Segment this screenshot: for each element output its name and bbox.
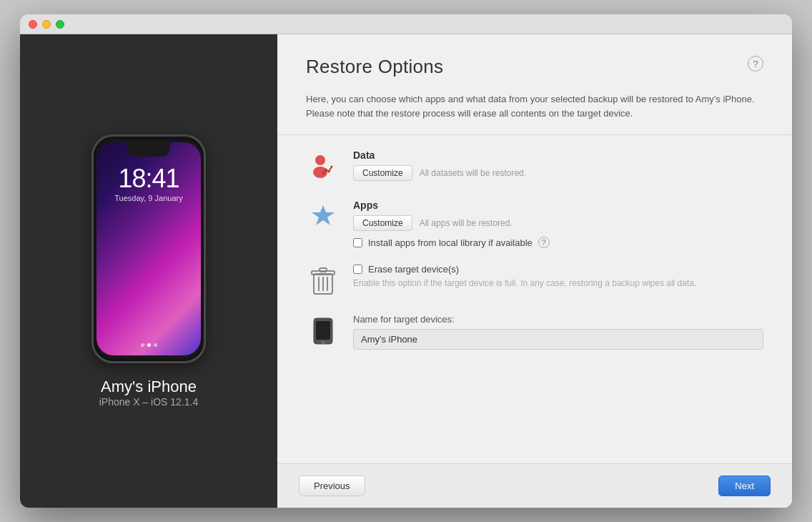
- data-status: All datasets will be restored.: [420, 168, 526, 178]
- content-area: 18:41 Tuesday, 9 January Amy's iPhone iP…: [20, 34, 792, 508]
- titlebar: [20, 14, 792, 34]
- svg-point-0: [315, 155, 325, 165]
- apps-controls: Customize All apps will be restored.: [353, 215, 763, 231]
- apps-section: Apps Customize All apps will be restored…: [306, 200, 763, 248]
- erase-description: Enable this option if the target device …: [353, 277, 763, 290]
- svg-point-5: [331, 166, 333, 168]
- svg-marker-6: [312, 205, 335, 225]
- right-panel: Restore Options ? Here, you can choose w…: [277, 34, 792, 508]
- install-local-help-icon[interactable]: ?: [538, 237, 550, 248]
- svg-rect-14: [316, 321, 330, 340]
- name-label: Name for target devices:: [353, 314, 763, 325]
- maximize-button[interactable]: [56, 20, 64, 29]
- phone-date: Tuesday, 9 January: [96, 194, 201, 202]
- erase-label: Erase target device(s): [368, 264, 459, 275]
- trash-icon-svg: [310, 265, 337, 297]
- svg-point-4: [328, 171, 330, 173]
- footer: Previous Next: [277, 463, 792, 508]
- erase-checkbox-row: Erase target device(s): [353, 264, 763, 275]
- apps-label: Apps: [353, 200, 763, 211]
- main-window: 18:41 Tuesday, 9 January Amy's iPhone iP…: [20, 14, 792, 508]
- phone-container: 18:41 Tuesday, 9 January Amy's iPhone iP…: [91, 134, 206, 408]
- phone-screen: 18:41 Tuesday, 9 January: [96, 142, 201, 355]
- phone-notch: [127, 142, 170, 157]
- device-small-icon-svg: [310, 315, 336, 347]
- apps-icon-svg: [307, 201, 339, 232]
- erase-checkbox[interactable]: [353, 265, 362, 274]
- data-section: Data Customize All datasets will be rest…: [306, 149, 763, 184]
- trash-icon: [306, 264, 340, 298]
- apps-option-content: Apps Customize All apps will be restored…: [353, 200, 763, 248]
- data-option-content: Data Customize All datasets will be rest…: [353, 149, 763, 181]
- install-local-checkbox[interactable]: [353, 238, 362, 247]
- page-title: Restore Options: [306, 56, 443, 78]
- erase-content: Erase target device(s) Enable this optio…: [353, 264, 763, 290]
- minimize-button[interactable]: [42, 20, 51, 29]
- name-option-content: Name for target devices:: [353, 314, 763, 350]
- apps-status: All apps will be restored.: [420, 218, 513, 228]
- next-button[interactable]: Next: [718, 476, 771, 496]
- device-small-icon: [306, 314, 340, 348]
- data-label: Data: [353, 149, 763, 161]
- svg-point-15: [322, 341, 325, 344]
- data-customize-button[interactable]: Customize: [353, 165, 412, 181]
- description-text: Here, you can choose which apps and what…: [277, 92, 792, 135]
- phone-dots: [96, 343, 201, 347]
- dot-3: [154, 343, 157, 347]
- dot-1: [141, 343, 144, 347]
- data-icon: [306, 149, 340, 184]
- svg-point-2: [322, 173, 325, 175]
- data-icon-svg: [307, 151, 339, 182]
- install-local-row: Install apps from local library if avail…: [353, 237, 763, 248]
- apps-customize-button[interactable]: Customize: [353, 215, 412, 231]
- erase-section: Erase target device(s) Enable this optio…: [306, 264, 763, 298]
- options-area: Data Customize All datasets will be rest…: [277, 135, 792, 463]
- left-panel: 18:41 Tuesday, 9 January Amy's iPhone iP…: [20, 34, 277, 508]
- previous-button[interactable]: Previous: [299, 476, 365, 496]
- svg-point-1: [313, 167, 327, 178]
- data-controls: Customize All datasets will be restored.: [353, 165, 763, 181]
- phone-time: 18:41: [96, 164, 201, 194]
- svg-point-3: [325, 169, 327, 171]
- right-header: Restore Options ?: [277, 34, 792, 92]
- apps-icon: [306, 200, 340, 234]
- erase-row: Erase target device(s) Enable this optio…: [306, 264, 763, 298]
- name-input[interactable]: [353, 329, 763, 350]
- phone-mockup: 18:41 Tuesday, 9 January: [91, 134, 206, 363]
- install-local-label: Install apps from local library if avail…: [368, 237, 533, 248]
- help-button[interactable]: ?: [748, 56, 763, 72]
- name-section: Name for target devices:: [306, 314, 763, 350]
- traffic-lights: [29, 20, 64, 29]
- device-name: Amy's iPhone: [99, 378, 199, 396]
- close-button[interactable]: [29, 20, 37, 29]
- device-model: iPhone X – iOS 12.1.4: [99, 396, 199, 408]
- svg-rect-9: [320, 268, 327, 272]
- dot-2: [147, 343, 151, 347]
